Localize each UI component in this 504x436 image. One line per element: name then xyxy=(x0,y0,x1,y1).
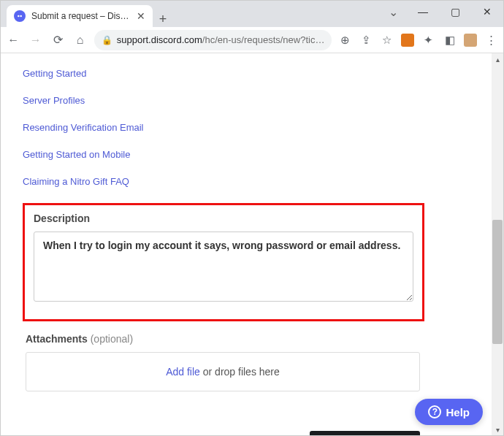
attachments-label-text: Attachments xyxy=(26,333,88,345)
zoom-icon[interactable]: ⊕ xyxy=(337,32,353,48)
reload-button[interactable]: ⟳ xyxy=(50,31,66,49)
description-label: Description xyxy=(34,213,413,224)
link-getting-started[interactable]: Getting Started xyxy=(23,68,492,79)
browser-toolbar: ← → ⟳ ⌂ 🔒 support.discord.com/hc/en-us/r… xyxy=(1,27,503,53)
address-bar[interactable]: 🔒 support.discord.com/hc/en-us/requests/… xyxy=(94,30,332,50)
tab-title: Submit a request – Discord xyxy=(31,11,131,21)
add-file-link[interactable]: Add file xyxy=(166,366,200,378)
kebab-menu-icon[interactable]: ⋮ xyxy=(484,32,499,48)
link-server-profiles[interactable]: Server Profiles xyxy=(23,95,492,106)
browser-tab[interactable]: Submit a request – Discord ✕ xyxy=(7,5,153,27)
discord-favicon-icon xyxy=(14,10,26,22)
help-label: Help xyxy=(446,406,470,418)
maximize-button[interactable]: ▢ xyxy=(439,1,471,23)
link-claiming-nitro-gift[interactable]: Claiming a Nitro Gift FAQ xyxy=(23,176,492,187)
window-controls: ⌄ — ▢ ✕ xyxy=(379,1,503,27)
description-textarea[interactable] xyxy=(34,232,413,302)
url-path: /hc/en-us/requests/new?tic… xyxy=(202,34,325,45)
file-dropzone[interactable]: Add file or drop files here xyxy=(26,352,420,391)
window-close-button[interactable]: ✕ xyxy=(471,1,503,23)
minimize-button[interactable]: — xyxy=(407,1,439,23)
side-panel-icon[interactable]: ◧ xyxy=(442,32,457,48)
url-text: support.discord.com/hc/en-us/requests/ne… xyxy=(117,34,325,45)
svg-point-0 xyxy=(18,15,20,18)
home-button[interactable]: ⌂ xyxy=(72,31,88,49)
dropzone-hint: or drop files here xyxy=(200,366,280,378)
profile-avatar-icon[interactable] xyxy=(463,32,478,48)
scrollbar-thumb[interactable] xyxy=(492,220,503,344)
back-button[interactable]: ← xyxy=(5,31,21,49)
tab-search-icon[interactable]: ⌄ xyxy=(379,1,407,23)
page-viewport: Getting Started Server Profiles Resendin… xyxy=(1,53,503,435)
attachments-optional-text: (optional) xyxy=(91,333,133,345)
link-getting-started-mobile[interactable]: Getting Started on Mobile xyxy=(23,149,492,160)
scroll-down-icon[interactable]: ▾ xyxy=(492,424,503,435)
submit-button[interactable]: Submit xyxy=(310,431,420,435)
description-highlight: Description xyxy=(23,203,424,321)
link-resending-verification[interactable]: Resending Verification Email xyxy=(23,122,492,133)
help-article-links: Getting Started Server Profiles Resendin… xyxy=(23,68,492,187)
scrollbar-track[interactable]: ▴ ▾ xyxy=(492,53,503,435)
submit-row: Submit xyxy=(26,431,420,435)
metamask-extension-icon[interactable] xyxy=(400,32,416,48)
url-host: support.discord.com xyxy=(117,34,202,45)
lock-icon: 🔒 xyxy=(102,35,112,45)
help-widget[interactable]: ? Help xyxy=(415,399,483,425)
scroll-up-icon[interactable]: ▴ xyxy=(492,53,503,65)
help-question-icon: ? xyxy=(428,405,441,418)
page-content: Getting Started Server Profiles Resendin… xyxy=(1,53,492,435)
title-bar: Submit a request – Discord ✕ + ⌄ — ▢ ✕ xyxy=(1,1,503,27)
attachments-section: Attachments (optional) Add file or drop … xyxy=(26,333,420,391)
tab-close-icon[interactable]: ✕ xyxy=(137,10,145,22)
new-tab-button[interactable]: + xyxy=(153,12,173,27)
share-icon[interactable]: ⇪ xyxy=(359,32,374,48)
svg-point-1 xyxy=(20,15,22,18)
forward-button[interactable]: → xyxy=(27,31,43,49)
extensions-puzzle-icon[interactable]: ✦ xyxy=(421,32,437,48)
attachments-label: Attachments (optional) xyxy=(26,333,420,345)
bookmark-star-icon[interactable]: ☆ xyxy=(380,32,395,48)
